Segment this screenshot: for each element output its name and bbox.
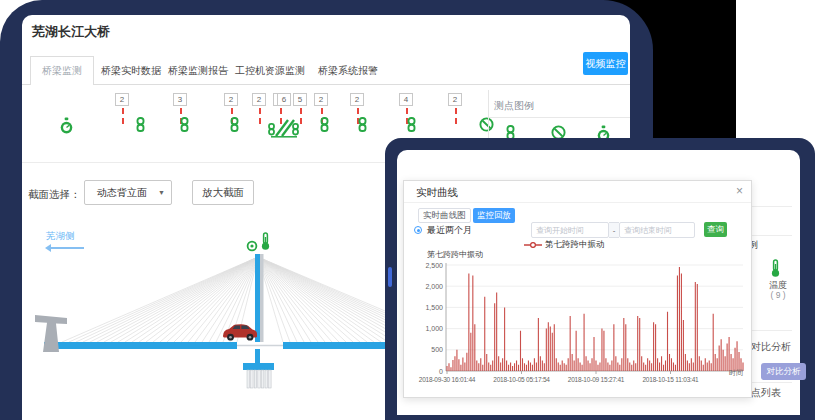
svg-text:2018-10-15 11:03:41: 2018-10-15 11:03:41 bbox=[642, 376, 699, 383]
enlarge-section-button[interactable]: 放大截面 bbox=[192, 180, 254, 205]
chain-icon[interactable] bbox=[319, 117, 330, 136]
legend-marker-icon bbox=[524, 241, 542, 249]
svg-text:2018-09-30 16:01:44: 2018-09-30 16:01:44 bbox=[419, 376, 476, 383]
compare-section-title: 对比分析 bbox=[751, 340, 791, 354]
chart-legend[interactable]: 第七跨跨中振动 bbox=[524, 239, 644, 251]
svg-text:2018-10-09 15:27:41: 2018-10-09 15:27:41 bbox=[568, 376, 625, 383]
sensor-count-badge: 2 bbox=[115, 93, 129, 106]
sensor-dash-marker bbox=[259, 108, 261, 124]
car-image bbox=[220, 322, 260, 347]
query-start-time-input[interactable] bbox=[531, 222, 609, 238]
svg-text:500: 500 bbox=[431, 346, 443, 353]
sensor-count-badge: 4 bbox=[399, 93, 413, 106]
chain-icon[interactable] bbox=[229, 117, 240, 136]
svg-text:0: 0 bbox=[439, 368, 443, 375]
radio-label: 最近两个月 bbox=[427, 224, 472, 237]
thermometer-icon[interactable] bbox=[259, 232, 272, 255]
temperature-count: ( 9 ) bbox=[763, 290, 793, 300]
compare-analysis-button[interactable]: 对比分析 bbox=[761, 363, 806, 380]
video-monitor-button[interactable]: 视频监控 bbox=[583, 52, 628, 75]
svg-text:2018-10-05 05:17:54: 2018-10-05 05:17:54 bbox=[493, 376, 550, 383]
chain-icon[interactable] bbox=[406, 117, 417, 136]
tab-3[interactable]: 工控机资源监测 bbox=[235, 64, 305, 78]
bridge-side-label: 芜湖侧 bbox=[46, 230, 75, 243]
screen: 芜湖长江大桥 桥梁监测桥梁实时数据桥梁监测报告工控机资源监测桥梁系统报警 视频监… bbox=[0, 0, 815, 420]
chevron-down-icon: ▼ bbox=[158, 189, 165, 196]
svg-text:1,000: 1,000 bbox=[425, 325, 443, 332]
left-arrow-icon bbox=[48, 247, 84, 249]
page-title: 芜湖长江大桥 bbox=[32, 23, 110, 41]
sensor-count-badge: 2 bbox=[314, 93, 328, 106]
svg-text:1,500: 1,500 bbox=[425, 304, 443, 311]
bridge-icon[interactable] bbox=[267, 117, 301, 142]
modal-header-divider bbox=[404, 202, 751, 203]
tab-row-divider bbox=[22, 84, 630, 85]
sensor-count-badge: 3 bbox=[173, 93, 187, 106]
vibration-chart[interactable]: 05001,0001,5002,0002,5002018-09-30 16:01… bbox=[407, 257, 753, 387]
sensor-count-badge: 2 bbox=[252, 93, 266, 106]
date-range-separator: - bbox=[609, 222, 619, 238]
tab-4[interactable]: 桥梁系统报警 bbox=[318, 64, 378, 78]
legend-label: 第七跨跨中振动 bbox=[545, 239, 605, 249]
legend-panel-title: 测点图例 bbox=[494, 99, 534, 113]
chain-icon[interactable] bbox=[135, 117, 146, 136]
sensor-count-badge: 2 bbox=[224, 93, 238, 106]
scrollbar-thumb[interactable] bbox=[388, 267, 392, 287]
query-button[interactable]: 查询 bbox=[704, 222, 727, 237]
modal-title: 实时曲线 bbox=[416, 186, 458, 200]
svg-text:2,000: 2,000 bbox=[425, 283, 443, 290]
noentry-icon[interactable] bbox=[479, 117, 494, 136]
sensor-dash-marker bbox=[455, 108, 457, 124]
close-icon[interactable]: × bbox=[736, 184, 743, 198]
sensor-count-badge: 6 bbox=[277, 93, 291, 106]
gauge-icon[interactable] bbox=[59, 117, 74, 139]
svg-text:时间: 时间 bbox=[729, 369, 743, 377]
sensor-dash-marker bbox=[122, 108, 124, 124]
query-end-time-input[interactable] bbox=[619, 222, 695, 238]
tab-realtime-curve[interactable]: 实时曲线图 bbox=[418, 208, 471, 223]
bridge-diagram: 芜湖侧 bbox=[22, 218, 385, 420]
bridge-pier-image bbox=[34, 310, 70, 358]
sensor-count-badge: 2 bbox=[350, 93, 364, 106]
recent-two-months-radio[interactable] bbox=[414, 226, 422, 234]
section-select-label: 截面选择： bbox=[28, 188, 81, 202]
sensor-count-badge: 5 bbox=[293, 93, 307, 106]
chain-icon[interactable] bbox=[179, 117, 190, 136]
gauge-icon[interactable] bbox=[246, 238, 258, 256]
legend-panel-underline bbox=[488, 117, 630, 118]
sensor-count-badge: 2 bbox=[448, 93, 462, 106]
tab-0[interactable]: 桥梁监测 bbox=[30, 56, 94, 85]
sensor-dash-marker bbox=[300, 108, 302, 124]
realtime-curve-modal: 实时曲线 × 实时曲线图 监控回放 最近两个月 - 查询 第七跨跨中振动 第七跨… bbox=[403, 180, 752, 398]
svg-text:2,500: 2,500 bbox=[425, 262, 443, 269]
tab-monitor-playback[interactable]: 监控回放 bbox=[473, 208, 515, 223]
chain-icon[interactable] bbox=[357, 117, 368, 136]
tab-1[interactable]: 桥梁实时数据 bbox=[101, 64, 161, 78]
tab-2[interactable]: 桥梁监测报告 bbox=[168, 64, 228, 78]
